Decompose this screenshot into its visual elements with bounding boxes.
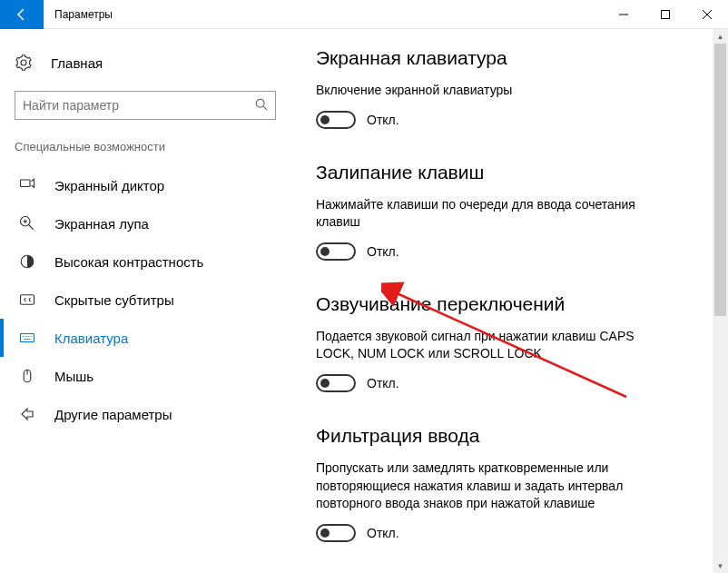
home-label: Главная bbox=[51, 55, 103, 71]
toggle-thumb bbox=[320, 247, 330, 256]
svg-rect-11 bbox=[21, 334, 34, 342]
toggle-label: Откл. bbox=[367, 376, 399, 390]
sidebar-item-captions[interactable]: Скрытые субтитры bbox=[0, 281, 290, 319]
sidebar: Главная Специальные возможности Экранный… bbox=[0, 29, 290, 573]
toggle-filter-keys[interactable]: Откл. bbox=[316, 524, 710, 542]
toggle-thumb bbox=[320, 379, 330, 388]
search-icon bbox=[255, 98, 268, 114]
section-desc: Нажимайте клавиши по очереди для ввода с… bbox=[316, 196, 661, 232]
scrollbar-thumb[interactable] bbox=[714, 44, 726, 316]
sidebar-item-contrast[interactable]: Высокая контрастность bbox=[0, 242, 290, 281]
section-desc: Подается звуковой сигнал при нажатии кла… bbox=[316, 328, 661, 363]
toggle-track[interactable] bbox=[316, 111, 356, 129]
sidebar-item-label: Мышь bbox=[54, 369, 93, 384]
setting-filter-keys: Фильтрация ввода Пропускать или замедлят… bbox=[316, 425, 710, 542]
section-heading: Фильтрация ввода bbox=[316, 425, 710, 447]
narrator-icon bbox=[18, 177, 36, 193]
setting-sticky-keys: Залипание клавиш Нажимайте клавиши по оч… bbox=[316, 162, 710, 261]
content-area: Экранная клавиатура Включение экранной к… bbox=[290, 29, 728, 573]
svg-line-6 bbox=[29, 225, 34, 230]
sidebar-item-magnifier[interactable]: Экранная лупа bbox=[0, 204, 290, 242]
contrast-icon bbox=[18, 253, 36, 270]
minimize-button[interactable] bbox=[603, 0, 644, 29]
section-heading: Озвучивание переключений bbox=[316, 293, 710, 315]
setting-onscreen-keyboard: Экранная клавиатура Включение экранной к… bbox=[316, 47, 710, 129]
titlebar: Параметры bbox=[0, 0, 728, 29]
svg-line-3 bbox=[263, 106, 267, 110]
search-input[interactable] bbox=[23, 98, 255, 113]
sidebar-item-label: Скрытые субтитры bbox=[54, 292, 174, 308]
section-desc: Включение экранной клавиатуры bbox=[316, 82, 661, 100]
section-heading: Залипание клавиш bbox=[316, 162, 710, 183]
section-heading: Экранная клавиатура bbox=[316, 47, 710, 69]
mouse-icon bbox=[18, 368, 36, 384]
search-box[interactable] bbox=[15, 91, 276, 120]
gear-icon bbox=[15, 54, 33, 71]
toggle-label: Откл. bbox=[367, 244, 399, 259]
vertical-scrollbar[interactable]: ▲ ▼ bbox=[713, 29, 728, 573]
keyboard-icon bbox=[18, 330, 36, 346]
sidebar-section-label: Специальные возможности bbox=[0, 136, 290, 166]
toggle-thumb bbox=[320, 115, 330, 124]
sidebar-item-label: Экранный диктор bbox=[54, 178, 164, 193]
toggle-label: Откл. bbox=[367, 526, 399, 540]
toggle-track[interactable] bbox=[316, 524, 356, 542]
sidebar-item-label: Высокая контрастность bbox=[54, 254, 203, 270]
magnifier-icon bbox=[18, 215, 36, 232]
setting-toggle-keys: Озвучивание переключений Подается звуков… bbox=[316, 293, 710, 392]
section-desc: Пропускать или замедлять кратковременные… bbox=[316, 459, 661, 513]
close-icon bbox=[703, 10, 712, 19]
toggle-track[interactable] bbox=[316, 374, 356, 392]
captions-icon bbox=[18, 291, 36, 308]
sidebar-item-mouse[interactable]: Мышь bbox=[0, 357, 290, 395]
scroll-up-arrow[interactable]: ▲ bbox=[713, 29, 728, 44]
svg-rect-10 bbox=[21, 295, 34, 305]
sidebar-item-keyboard[interactable]: Клавиатура bbox=[0, 319, 290, 357]
toggle-thumb bbox=[320, 529, 330, 538]
toggle-track[interactable] bbox=[316, 242, 356, 261]
maximize-button[interactable] bbox=[644, 0, 686, 29]
minimize-icon bbox=[619, 10, 628, 19]
svg-rect-1 bbox=[662, 10, 670, 18]
home-link[interactable]: Главная bbox=[0, 47, 290, 78]
window-title: Параметры bbox=[54, 8, 113, 21]
toggle-onscreen-keyboard[interactable]: Откл. bbox=[316, 111, 710, 129]
sidebar-item-narrator[interactable]: Экранный диктор bbox=[0, 166, 290, 204]
arrow-left-icon bbox=[15, 7, 29, 22]
close-button[interactable] bbox=[686, 0, 728, 29]
toggle-toggle-keys[interactable]: Откл. bbox=[316, 374, 710, 392]
toggle-label: Откл. bbox=[367, 113, 399, 127]
sidebar-item-label: Клавиатура bbox=[54, 331, 128, 346]
svg-rect-4 bbox=[21, 180, 31, 187]
toggle-sticky-keys[interactable]: Откл. bbox=[316, 242, 710, 261]
sidebar-item-label: Другие параметры bbox=[54, 407, 172, 422]
sidebar-item-label: Экранная лупа bbox=[54, 216, 149, 232]
window-controls bbox=[603, 0, 728, 29]
sidebar-item-other[interactable]: Другие параметры bbox=[0, 395, 290, 433]
scroll-down-arrow[interactable]: ▼ bbox=[713, 558, 728, 573]
maximize-icon bbox=[661, 10, 670, 19]
svg-point-2 bbox=[256, 99, 264, 107]
back-button[interactable] bbox=[0, 0, 44, 29]
other-icon bbox=[18, 406, 36, 422]
